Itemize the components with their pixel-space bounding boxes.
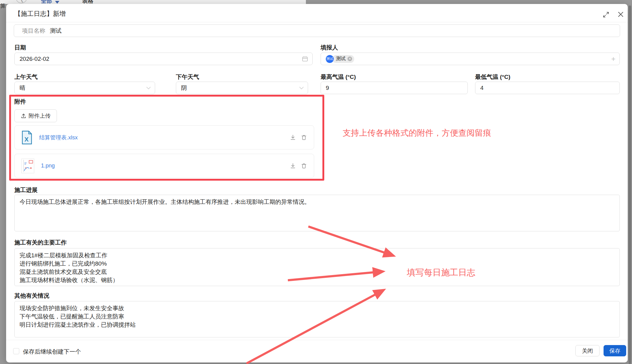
project-name-field[interactable]: 项目名称 测试 (14, 24, 620, 37)
file-link[interactable]: 1.png (41, 163, 55, 169)
other-line: 明日计划进行混凝土浇筑作业，已协调搅拌站 (20, 321, 615, 329)
main-work-label: 施工有关的主要工作 (14, 239, 67, 247)
scrollbar[interactable] (629, 6, 631, 364)
other-line: 现场安全防护措施到位，未发生安全事故 (20, 304, 615, 312)
temp-max-input[interactable]: 9 (321, 82, 468, 94)
project-name-label: 项目名称 (22, 27, 45, 35)
weather-am-label: 上午天气 (14, 73, 38, 81)
tag-remove-icon[interactable]: ✕ (348, 57, 352, 61)
file-row: X 结算管理表.xlsx (14, 125, 314, 149)
attachments-label: 附件 (14, 98, 26, 106)
reporter-input[interactable]: 测试 测试 ✕ + (321, 53, 620, 65)
main-work-line: 完成1#楼二层模板加固及检查工作 (20, 251, 615, 259)
delete-icon[interactable] (301, 163, 307, 169)
modal-title: 【施工日志】新增 (14, 9, 66, 18)
attachment-annotation: 支持上传各种格式的附件，方便查阅留痕 (343, 127, 491, 138)
avatar: 测试 (326, 55, 334, 63)
fill-log-annotation: 填写每日施工日志 (407, 267, 475, 278)
excel-file-icon: X (21, 131, 32, 145)
attachment-upload-label: 附件上传 (29, 112, 51, 119)
progress-label: 施工进展 (14, 186, 38, 194)
main-work-line: 混凝土浇筑前技术交底及安全交底 (20, 268, 615, 276)
close-icon (617, 11, 624, 18)
file-row: 1.png (14, 154, 314, 178)
continue-checkbox[interactable] (13, 348, 19, 354)
other-textarea[interactable]: 现场安全防护措施到位，未发生安全事故 下午气温较低，已提醒施工人员注意防寒 明日… (14, 301, 620, 337)
download-icon[interactable] (290, 163, 296, 169)
temp-max-label: 最高气温 (°C) (321, 73, 356, 81)
date-input[interactable]: 2026-02-02 (14, 53, 313, 65)
progress-textarea[interactable]: 今日现场施工总体进展正常，各施工班组按计划开展作业。主体结构施工有序推进，未出现… (14, 195, 620, 231)
other-line: 下午气温较低，已提醒施工人员注意防寒 (20, 312, 615, 321)
file-link[interactable]: 结算管理表.xlsx (39, 134, 78, 141)
expand-icon (603, 12, 609, 18)
close-button[interactable] (617, 10, 625, 18)
chevron-down-icon (146, 86, 151, 89)
attachment-upload-button[interactable]: 附件上传 (14, 109, 57, 122)
close-dialog-button[interactable]: 关闭 (575, 345, 600, 356)
continue-checkbox-label: 保存后继续创建下一个 (23, 348, 81, 356)
expand-button[interactable] (602, 11, 610, 19)
tab-table[interactable]: 表格 (82, 0, 93, 4)
caret-down-icon (55, 1, 59, 4)
temp-max-value: 9 (326, 85, 329, 91)
date-value: 2026-02-02 (20, 56, 49, 62)
weather-pm-value: 阴 (181, 84, 187, 92)
weather-pm-label: 下午天气 (176, 73, 199, 81)
collapse-icon: 《 (18, 0, 23, 4)
svg-text:X: X (24, 136, 29, 143)
date-label: 日期 (14, 44, 26, 52)
other-label: 其他有关情况 (14, 292, 49, 300)
image-thumbnail (21, 159, 34, 173)
modal-dialog: 【施工日志】新增 项目名称 测试 日期 2026-02- (6, 4, 628, 362)
download-icon[interactable] (290, 134, 296, 141)
weather-am-select[interactable]: 晴 (14, 82, 155, 94)
reporter-label: 填报人 (321, 44, 338, 52)
weather-am-value: 晴 (20, 84, 25, 92)
temp-min-value: 4 (480, 85, 484, 91)
main-work-textarea[interactable]: 完成1#楼二层模板加固及检查工作 进行钢筋绑扎施工，已完成约80% 混凝土浇筑前… (14, 248, 620, 286)
filter-dropdown[interactable]: 全部 (41, 0, 52, 4)
temp-min-label: 最低气温 (°C) (475, 73, 510, 81)
screen: 《 全部 表格 算.. 【施工日志】新增 项目名称 (0, 0, 632, 364)
main-work-line: 进行钢筋绑扎施工，已完成约80% (20, 259, 615, 268)
main-work-line: 施工现场材料进场验收（水泥、钢筋） (20, 276, 615, 284)
add-reporter-icon[interactable]: + (611, 55, 615, 63)
header-divider (6, 22, 628, 22)
upload-icon (21, 113, 26, 119)
save-button[interactable]: 保存 (604, 345, 626, 356)
footer-divider (6, 340, 628, 340)
weather-pm-select[interactable]: 阴 (176, 82, 308, 94)
progress-text: 今日现场施工总体进展正常，各施工班组按计划开展作业。主体结构施工有序推进，未出现… (20, 198, 615, 206)
chevron-down-icon (299, 86, 304, 89)
reporter-tag: 测试 测试 ✕ (326, 55, 354, 63)
background-page-strip: 《 全部 表格 (0, 0, 306, 4)
temp-min-input[interactable]: 4 (475, 82, 620, 94)
project-name-value: 测试 (50, 27, 61, 35)
reporter-tag-name: 测试 (336, 56, 346, 62)
delete-icon[interactable] (301, 134, 307, 141)
calendar-icon (302, 56, 308, 62)
